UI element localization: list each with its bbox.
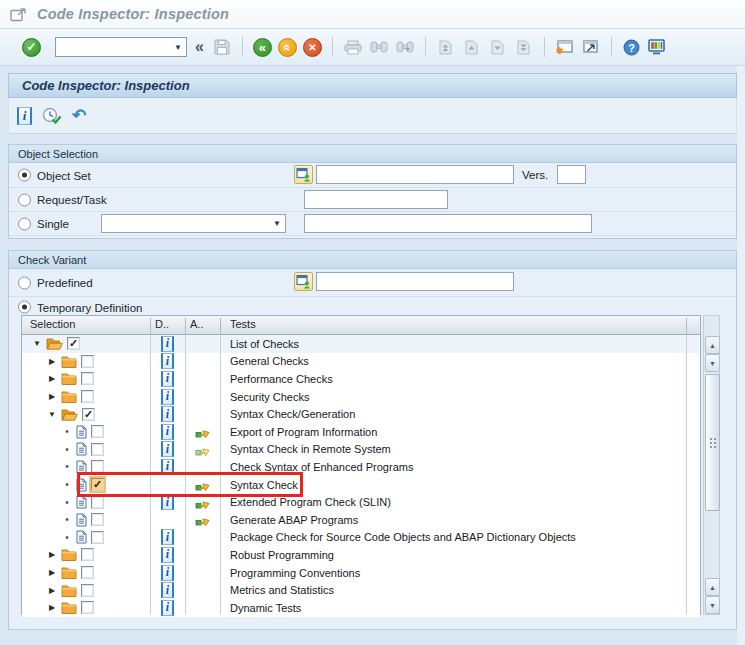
expander-icon[interactable]: ▶	[47, 374, 57, 383]
documentation-cell[interactable]: i	[150, 441, 185, 459]
documentation-cell[interactable]: i	[150, 511, 185, 529]
documentation-cell[interactable]: i	[150, 353, 185, 371]
attributes-cell[interactable]	[185, 581, 220, 599]
info-icon[interactable]: i	[161, 565, 174, 581]
expander-icon[interactable]: •	[62, 479, 72, 490]
attributes-icon[interactable]	[195, 496, 210, 509]
expander-icon[interactable]: ▶	[47, 357, 57, 366]
save-icon[interactable]	[212, 37, 232, 57]
test-name-cell[interactable]: Dynamic Tests	[220, 599, 700, 617]
documentation-cell[interactable]: i	[150, 476, 185, 494]
test-name-cell[interactable]: Check Syntax of Enhanced Programs	[220, 458, 700, 476]
documentation-cell[interactable]: i	[150, 581, 185, 599]
check-checkbox[interactable]: ✓	[91, 478, 104, 491]
info-icon[interactable]: i	[161, 389, 174, 405]
object-set-input[interactable]	[316, 165, 514, 184]
find-next-icon[interactable]	[395, 37, 415, 57]
enter-icon[interactable]: ✓	[22, 38, 41, 57]
scroll-down-icon[interactable]: ▼	[705, 354, 720, 372]
vers-input[interactable]	[557, 165, 586, 184]
tree-row[interactable]: ▼ ✓ i Syntax Check/Generation	[22, 405, 700, 423]
expander-icon[interactable]: ▶	[47, 550, 57, 559]
check-checkbox[interactable]	[91, 531, 104, 544]
documentation-cell[interactable]: i	[150, 405, 185, 423]
column-documentation[interactable]: D..	[155, 318, 169, 330]
tree-row[interactable]: ▶ i Metrics and Statistics	[22, 581, 700, 599]
request-task-radio[interactable]	[18, 193, 31, 206]
find-icon[interactable]	[369, 37, 389, 57]
check-checkbox[interactable]: ✓	[82, 408, 95, 421]
info-icon[interactable]: i	[161, 406, 174, 422]
last-page-icon[interactable]	[514, 37, 534, 57]
single-type-dropdown[interactable]: ▼	[101, 214, 286, 233]
column-attributes[interactable]: A..	[190, 318, 203, 330]
request-task-input[interactable]	[304, 190, 448, 209]
documentation-cell[interactable]: i	[150, 335, 185, 353]
tree-row[interactable]: ▶ i Security Checks	[22, 388, 700, 406]
check-checkbox[interactable]	[81, 548, 94, 561]
info-icon[interactable]: i	[161, 529, 174, 545]
object-set-value-help-button[interactable]	[294, 165, 313, 184]
scroll-down-bottom-icon[interactable]: ▼	[705, 596, 720, 614]
documentation-cell[interactable]: i	[150, 493, 185, 511]
documentation-cell[interactable]: i	[150, 388, 185, 406]
attributes-icon[interactable]	[195, 478, 210, 491]
command-input[interactable]	[56, 38, 170, 56]
collapse-field-icon[interactable]: «	[195, 38, 204, 56]
tree-row[interactable]: ▶ i General Checks	[22, 353, 700, 371]
info-icon[interactable]: i	[161, 353, 174, 369]
test-name-cell[interactable]: Syntax Check in Remote System	[220, 441, 700, 459]
scrollbar-thumb[interactable]	[705, 374, 720, 511]
check-checkbox[interactable]	[91, 425, 104, 438]
expander-icon[interactable]: ▼	[47, 410, 57, 419]
attributes-cell[interactable]	[185, 599, 220, 617]
documentation-cell[interactable]: i	[150, 423, 185, 441]
check-checkbox[interactable]	[91, 496, 104, 509]
documentation-cell[interactable]: i	[150, 529, 185, 547]
info-icon[interactable]: i	[161, 441, 174, 457]
first-page-icon[interactable]	[436, 37, 456, 57]
cancel-icon[interactable]: ✕	[303, 38, 322, 57]
attributes-icon-light[interactable]	[195, 443, 210, 456]
vertical-scrollbar[interactable]: ▲ ▼ ▲ ▼	[703, 315, 720, 615]
tree-row[interactable]: ▶ i Robust Programming	[22, 546, 700, 564]
exit-icon[interactable]: «	[278, 38, 297, 57]
check-checkbox[interactable]	[81, 390, 94, 403]
check-checkbox[interactable]	[81, 584, 94, 597]
customize-layout-icon[interactable]	[648, 37, 668, 57]
expander-icon[interactable]: •	[62, 514, 72, 525]
test-name-cell[interactable]: Robust Programming	[220, 546, 700, 564]
attributes-cell[interactable]	[185, 511, 220, 529]
test-name-cell[interactable]: Syntax Check/Generation	[220, 405, 700, 423]
expander-icon[interactable]: ▶	[47, 568, 57, 577]
new-session-icon[interactable]: ✱	[555, 37, 575, 57]
attributes-cell[interactable]	[185, 335, 220, 353]
single-radio[interactable]	[18, 217, 31, 230]
attributes-cell[interactable]	[185, 476, 220, 494]
expander-icon[interactable]: ▶	[47, 586, 57, 595]
expander-icon[interactable]: •	[62, 497, 72, 508]
execute-icon[interactable]	[41, 106, 63, 126]
tree-row[interactable]: • i Export of Program Information	[22, 423, 700, 441]
attributes-cell[interactable]	[185, 353, 220, 371]
command-field[interactable]: ▼	[55, 37, 187, 57]
attributes-cell[interactable]	[185, 388, 220, 406]
tree-row[interactable]: ▼ ✓ i List of Checks	[22, 335, 700, 353]
test-name-cell[interactable]: Package Check for Source Code Objects an…	[220, 529, 700, 547]
column-selection[interactable]: Selection	[30, 318, 75, 330]
test-name-cell[interactable]: Extended Program Check (SLIN)	[220, 493, 700, 511]
attributes-icon[interactable]	[195, 513, 210, 526]
information-icon[interactable]: i	[17, 107, 32, 125]
column-tests[interactable]: Tests	[230, 318, 256, 330]
expander-icon[interactable]: •	[62, 532, 72, 543]
predefined-radio[interactable]	[18, 276, 31, 289]
attributes-cell[interactable]	[185, 441, 220, 459]
tree-row[interactable]: • i Check Syntax of Enhanced Program	[22, 458, 700, 476]
tree-row[interactable]: ▶ i Programming Conventions	[22, 564, 700, 582]
documentation-cell[interactable]: i	[150, 599, 185, 617]
scroll-up-icon[interactable]: ▲	[705, 336, 720, 354]
command-dropdown-icon[interactable]: ▼	[170, 38, 186, 56]
attributes-icon[interactable]	[195, 425, 210, 438]
check-checkbox[interactable]: ✓	[67, 337, 80, 350]
info-icon[interactable]: i	[161, 547, 174, 563]
